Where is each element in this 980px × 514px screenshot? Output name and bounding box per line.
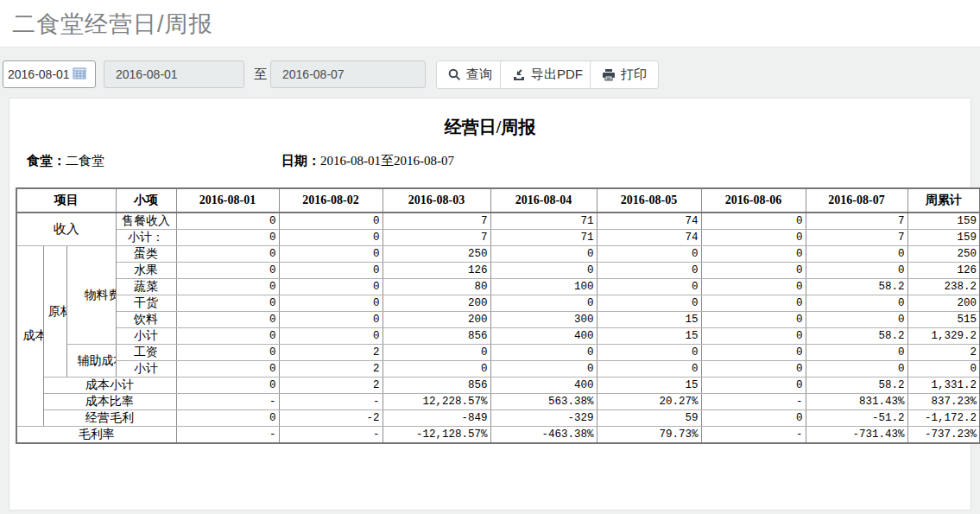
export-pdf-button[interactable]: 导出PDF <box>500 60 595 89</box>
table-row: 成本比率 - - 12,228.57% 563.38% 20.27% - 831… <box>16 394 980 410</box>
col-header-date: 2016-08-03 <box>383 188 490 213</box>
cell-value: 2 <box>279 378 383 394</box>
row-label: 蛋类 <box>116 246 176 263</box>
start-date-input[interactable] <box>104 60 244 88</box>
cell-value: 837.23% <box>907 394 980 410</box>
cell-value: - <box>701 427 806 444</box>
table-row: 毛利率 - - -12,128.57% -463.38% 79.73% - -7… <box>16 427 980 444</box>
cell-value: 0 <box>176 295 279 312</box>
cell-value: 0 <box>701 246 806 263</box>
cell-value: -329 <box>490 410 597 427</box>
cell-value: 0 <box>806 246 907 263</box>
row-label: 蔬菜 <box>116 279 176 295</box>
canteen-value: 二食堂 <box>66 154 104 168</box>
cell-value: 831.43% <box>806 394 907 410</box>
row-label: 售餐收入 <box>116 213 176 230</box>
table-row: 成本小计 0 2 856 400 15 0 58.2 1,331.2 <box>16 378 980 394</box>
cell-value: 2 <box>907 345 980 361</box>
table-row: 小计 0 0 856 400 15 0 58.2 1,329.2 <box>16 328 980 345</box>
cell-value: 71 <box>490 230 597 246</box>
cell-value: 0 <box>701 361 806 378</box>
export-pdf-button-label: 导出PDF <box>531 67 583 83</box>
row-label: 毛利率 <box>16 427 176 444</box>
group-cost: 成本 <box>16 246 43 427</box>
row-label: 经营毛利 <box>43 410 176 427</box>
cell-value: 15 <box>597 328 701 345</box>
cell-value: 0 <box>701 312 806 328</box>
canteen-meta: 食堂：二食堂 <box>27 153 104 169</box>
cell-value: 0 <box>279 213 383 230</box>
cell-value: -1,172.2 <box>907 410 980 427</box>
cell-value: 126 <box>907 263 980 279</box>
cell-value: 0 <box>597 263 701 279</box>
canteen-label: 食堂： <box>27 154 66 168</box>
cell-value: 0 <box>176 328 279 345</box>
row-label: 饮料 <box>116 312 176 328</box>
cell-value: 0 <box>701 295 806 312</box>
cell-value: - <box>176 427 279 444</box>
date-label: 日期： <box>281 154 320 168</box>
cell-value: 58.2 <box>806 378 907 394</box>
cell-value: 856 <box>383 378 490 394</box>
cell-value: 7 <box>806 213 907 230</box>
cell-value: -737.23% <box>907 427 980 444</box>
table-row: 蔬菜 0 0 80 100 0 0 58.2 238.2 <box>16 279 980 295</box>
print-button-label: 打印 <box>621 67 647 83</box>
end-date-input[interactable] <box>270 60 426 88</box>
cell-value: 238.2 <box>907 279 980 295</box>
cell-value: 0 <box>597 246 701 263</box>
cell-value: 0 <box>597 345 701 361</box>
printer-icon <box>602 68 616 81</box>
cell-value: 0 <box>806 361 907 378</box>
cell-value: -12,128.57% <box>383 427 490 444</box>
export-tray-icon <box>512 68 526 81</box>
cell-value: 0 <box>176 345 279 361</box>
cell-value: 0 <box>176 279 279 295</box>
cell-value: 0 <box>701 378 806 394</box>
start-date-picker[interactable]: 2016-08-01 <box>3 60 96 88</box>
cell-value: 0 <box>176 312 279 328</box>
cell-value: 7 <box>383 230 490 246</box>
cell-value: 200 <box>383 312 490 328</box>
table-row: 经营毛利 0 -2 -849 -329 59 0 -51.2 -1,172.2 <box>16 410 980 427</box>
group-raw-material: 原材料 <box>43 246 66 378</box>
table-row: 成本 原材料 物料费 蛋类 0 0 250 0 0 0 0 250 <box>16 246 980 263</box>
date-range-value: 2016-08-01至2016-08-07 <box>320 154 454 168</box>
cell-value: 159 <box>907 213 980 230</box>
cell-value: 58.2 <box>806 328 907 345</box>
cell-value: 20.27% <box>597 394 701 410</box>
search-button[interactable]: 查询 <box>436 60 504 89</box>
cell-value: 0 <box>176 361 279 378</box>
search-button-label: 查询 <box>466 67 492 83</box>
cell-value: - <box>279 394 383 410</box>
cell-value: 74 <box>597 230 701 246</box>
to-label: 至 <box>254 67 267 83</box>
report-title: 经营日/周报 <box>9 116 971 139</box>
col-header-date: 2016-08-02 <box>279 188 383 213</box>
cell-value: 300 <box>490 312 597 328</box>
cell-value: - <box>701 394 806 410</box>
cell-value: 0 <box>279 279 383 295</box>
table-row: 水果 0 0 126 0 0 0 0 126 <box>16 263 980 279</box>
group-aux-cost: 辅助成本 <box>66 345 116 378</box>
cell-value: 0 <box>490 295 597 312</box>
col-header-date: 2016-08-07 <box>806 188 907 213</box>
cell-value: 0 <box>701 279 806 295</box>
cell-value: 563.38% <box>490 394 597 410</box>
col-header-date: 2016-08-04 <box>490 188 597 213</box>
cell-value: 0 <box>701 328 806 345</box>
row-label: 小计 <box>116 328 176 345</box>
row-label: 成本比率 <box>43 394 176 410</box>
cell-value: - <box>279 427 383 444</box>
cell-value: 0 <box>279 230 383 246</box>
cell-value: 0 <box>701 230 806 246</box>
cell-value: 0 <box>176 378 279 394</box>
print-button[interactable]: 打印 <box>590 60 659 89</box>
calendar-icon <box>73 67 86 82</box>
cell-value: 0 <box>176 410 279 427</box>
cell-value: 0 <box>279 263 383 279</box>
start-date-picker-value: 2016-08-01 <box>8 67 70 81</box>
cell-value: 0 <box>806 312 907 328</box>
cell-value: 0 <box>490 246 597 263</box>
magnifier-icon <box>448 68 461 81</box>
